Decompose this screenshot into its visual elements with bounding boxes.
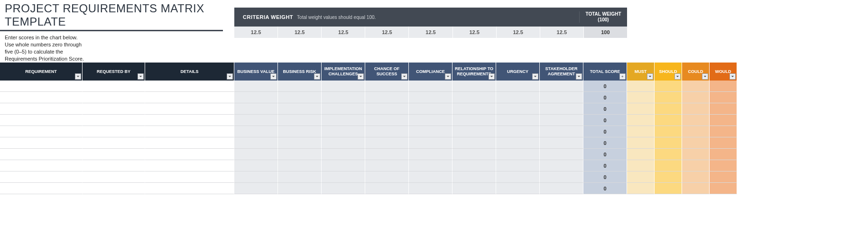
data-cell[interactable]: [0, 171, 83, 183]
filter-dropdown-icon[interactable]: [702, 73, 708, 80]
col-header-should[interactable]: SHOULD: [655, 63, 682, 81]
filter-dropdown-icon[interactable]: [270, 73, 277, 80]
could-cell[interactable]: [682, 103, 710, 115]
would-cell[interactable]: [710, 149, 737, 160]
should-cell[interactable]: [655, 183, 682, 194]
data-cell[interactable]: [83, 92, 145, 103]
col-header-requested-by[interactable]: REQUESTED BY: [83, 63, 145, 81]
must-cell[interactable]: [627, 81, 655, 92]
criteria-cell[interactable]: [322, 92, 365, 103]
filter-dropdown-icon[interactable]: [576, 73, 582, 80]
data-cell[interactable]: [0, 115, 83, 126]
data-cell[interactable]: [145, 171, 234, 183]
criteria-cell[interactable]: [496, 103, 540, 115]
would-cell[interactable]: [710, 126, 737, 137]
criteria-cell[interactable]: [365, 103, 409, 115]
data-cell[interactable]: [0, 126, 83, 137]
should-cell[interactable]: [655, 81, 682, 92]
criteria-cell[interactable]: [409, 149, 452, 160]
data-cell[interactable]: [145, 183, 234, 194]
criteria-cell[interactable]: [496, 126, 540, 137]
criteria-cell[interactable]: [322, 171, 365, 183]
criteria-cell[interactable]: [322, 81, 365, 92]
criteria-cell[interactable]: [322, 160, 365, 171]
criteria-cell[interactable]: [409, 103, 452, 115]
criteria-cell[interactable]: [365, 81, 409, 92]
data-cell[interactable]: [83, 126, 145, 137]
criteria-cell[interactable]: [452, 171, 496, 183]
criteria-cell[interactable]: [234, 81, 278, 92]
data-cell[interactable]: [83, 103, 145, 115]
criteria-cell[interactable]: [322, 103, 365, 115]
criteria-cell[interactable]: [496, 81, 540, 92]
criteria-cell[interactable]: [540, 160, 583, 171]
criteria-cell[interactable]: [234, 149, 278, 160]
criteria-cell[interactable]: [365, 160, 409, 171]
data-cell[interactable]: [145, 149, 234, 160]
criteria-cell[interactable]: [409, 137, 452, 149]
data-cell[interactable]: [0, 92, 83, 103]
filter-dropdown-icon[interactable]: [401, 73, 407, 80]
data-cell[interactable]: [145, 92, 234, 103]
criteria-cell[interactable]: [496, 149, 540, 160]
criteria-cell[interactable]: [452, 92, 496, 103]
criteria-cell[interactable]: [278, 149, 322, 160]
could-cell[interactable]: [682, 81, 710, 92]
should-cell[interactable]: [655, 92, 682, 103]
col-header-chance-of-success[interactable]: CHANCE OF SUCCESS: [365, 63, 409, 81]
criteria-cell[interactable]: [234, 137, 278, 149]
criteria-cell[interactable]: [278, 171, 322, 183]
filter-dropdown-icon[interactable]: [729, 73, 736, 80]
filter-dropdown-icon[interactable]: [138, 73, 144, 80]
criteria-cell[interactable]: [278, 137, 322, 149]
could-cell[interactable]: [682, 149, 710, 160]
criteria-cell[interactable]: [234, 183, 278, 194]
criteria-cell[interactable]: [496, 92, 540, 103]
criteria-cell[interactable]: [365, 149, 409, 160]
criteria-cell[interactable]: [452, 160, 496, 171]
col-header-requirement[interactable]: REQUIREMENT: [0, 63, 83, 81]
criteria-cell[interactable]: [540, 81, 583, 92]
criteria-cell[interactable]: [234, 103, 278, 115]
criteria-cell[interactable]: [452, 137, 496, 149]
criteria-cell[interactable]: [496, 160, 540, 171]
data-cell[interactable]: [0, 137, 83, 149]
must-cell[interactable]: [627, 92, 655, 103]
must-cell[interactable]: [627, 137, 655, 149]
filter-dropdown-icon[interactable]: [532, 73, 538, 80]
would-cell[interactable]: [710, 137, 737, 149]
criteria-cell[interactable]: [496, 171, 540, 183]
criteria-cell[interactable]: [409, 183, 452, 194]
criteria-cell[interactable]: [452, 103, 496, 115]
criteria-cell[interactable]: [278, 103, 322, 115]
would-cell[interactable]: [710, 160, 737, 171]
must-cell[interactable]: [627, 171, 655, 183]
col-header-could[interactable]: COULD: [682, 63, 710, 81]
criteria-cell[interactable]: [234, 160, 278, 171]
could-cell[interactable]: [682, 115, 710, 126]
could-cell[interactable]: [682, 92, 710, 103]
could-cell[interactable]: [682, 137, 710, 149]
filter-dropdown-icon[interactable]: [445, 73, 451, 80]
data-cell[interactable]: [0, 103, 83, 115]
col-header-total-score[interactable]: TOTAL SCORE: [583, 63, 627, 81]
weight-cell[interactable]: 12.5: [497, 27, 540, 38]
criteria-cell[interactable]: [409, 126, 452, 137]
col-header-must[interactable]: MUST: [627, 63, 655, 81]
data-cell[interactable]: [145, 126, 234, 137]
would-cell[interactable]: [710, 115, 737, 126]
col-header-urgency[interactable]: URGENCY: [496, 63, 540, 81]
col-header-compliance[interactable]: COMPLIANCE: [409, 63, 452, 81]
criteria-cell[interactable]: [540, 126, 583, 137]
filter-dropdown-icon[interactable]: [227, 73, 233, 80]
criteria-cell[interactable]: [365, 115, 409, 126]
would-cell[interactable]: [710, 103, 737, 115]
criteria-cell[interactable]: [365, 171, 409, 183]
criteria-cell[interactable]: [452, 149, 496, 160]
would-cell[interactable]: [710, 81, 737, 92]
criteria-cell[interactable]: [496, 115, 540, 126]
criteria-cell[interactable]: [365, 92, 409, 103]
criteria-cell[interactable]: [409, 171, 452, 183]
could-cell[interactable]: [682, 183, 710, 194]
criteria-cell[interactable]: [278, 160, 322, 171]
